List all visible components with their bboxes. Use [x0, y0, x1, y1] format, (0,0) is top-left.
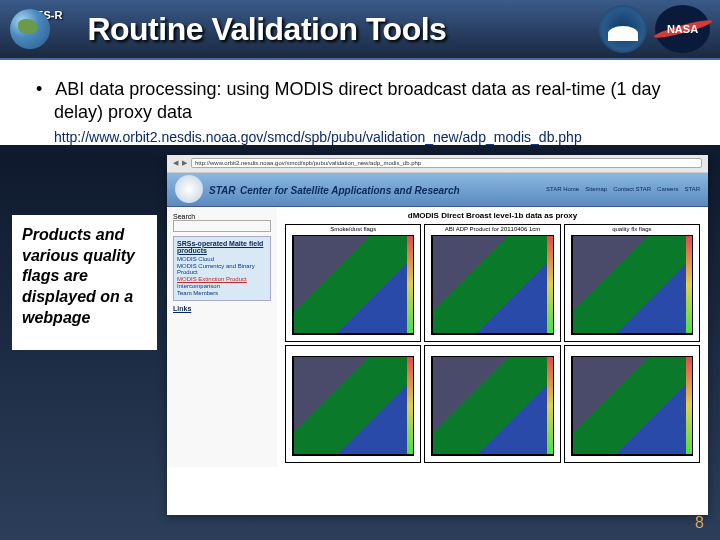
- map-panel: [285, 345, 421, 463]
- page-body: Search SRSs-operated Maite field product…: [167, 207, 708, 467]
- sidebar-link: Team Members: [177, 290, 267, 296]
- nasa-logo-icon: NASA: [655, 5, 710, 53]
- nav-item: Contact STAR: [613, 186, 651, 192]
- callout-box: Products and various quality flags are d…: [12, 215, 157, 350]
- browser-chrome: ◀ ▶ http://www.orbit2.nesdis.noaa.gov/sm…: [167, 155, 708, 173]
- star-subtitle: Center for Satellite Applications and Re…: [240, 185, 460, 196]
- search-input: [173, 220, 271, 232]
- map-panel: [564, 345, 700, 463]
- search-label: Search: [173, 213, 271, 220]
- page-sidebar: Search SRSs-operated Maite field product…: [167, 207, 277, 467]
- map-label: [565, 346, 699, 348]
- main-panel: dMODIS Direct Broast level-1b data as pr…: [277, 207, 708, 467]
- map-canvas: [571, 235, 693, 335]
- bullet-text: ABI data processing: using MODIS direct …: [24, 78, 696, 125]
- star-nav: STAR Home Sitemap Contact STAR Careers S…: [546, 186, 700, 192]
- star-text: STAR Center for Satellite Applications a…: [209, 180, 460, 198]
- main-area: Products and various quality flags are d…: [0, 145, 720, 515]
- map-panel: ABI ADP Product for 20110406 1cm: [424, 224, 560, 342]
- sidebar-link: MODIS Currentcy and Binary Product: [177, 263, 267, 275]
- panel-title: dMODIS Direct Broast level-1b data as pr…: [281, 211, 704, 220]
- map-grid: Smoke/dust flags ABI ADP Product for 201…: [281, 224, 704, 463]
- map-panel: Smoke/dust flags: [285, 224, 421, 342]
- map-label: Smoke/dust flags: [286, 225, 420, 233]
- nav-item: STAR: [684, 186, 700, 192]
- address-bar: http://www.orbit2.nesdis.noaa.gov/smcd/s…: [191, 158, 702, 168]
- browser-screenshot: ◀ ▶ http://www.orbit2.nesdis.noaa.gov/sm…: [167, 155, 708, 515]
- map-panel: [424, 345, 560, 463]
- slide-number: 8: [695, 514, 704, 532]
- map-panel: quality flx flags: [564, 224, 700, 342]
- map-canvas: [431, 235, 553, 335]
- back-icon: ◀: [173, 159, 178, 167]
- slide-title: Routine Validation Tools: [87, 11, 446, 48]
- star-title: STAR: [209, 185, 235, 196]
- map-canvas: [431, 356, 553, 456]
- map-canvas: [292, 356, 414, 456]
- forward-icon: ▶: [182, 159, 187, 167]
- slide-header: GOES-R Routine Validation Tools NASA: [0, 0, 720, 60]
- map-canvas: [571, 356, 693, 456]
- star-seal-icon: [175, 175, 203, 203]
- sidebar-link: MODIS Extinction Product: [177, 276, 267, 282]
- map-label: quality flx flags: [565, 225, 699, 233]
- nav-item: Careers: [657, 186, 678, 192]
- sidebar-link: Intercomparison: [177, 283, 267, 289]
- earth-icon: [10, 9, 50, 49]
- sidebar-link: MODIS Cloud: [177, 256, 267, 262]
- map-label: [425, 346, 559, 348]
- nav-item: Sitemap: [585, 186, 607, 192]
- validation-url: http://www.orbit2.nesdis.noaa.gov/smcd/s…: [24, 129, 696, 145]
- sidebar-links-heading: Links: [173, 305, 271, 312]
- nav-item: STAR Home: [546, 186, 579, 192]
- sidebar-products: SRSs-operated Maite field products MODIS…: [173, 236, 271, 301]
- nasa-label: NASA: [667, 23, 698, 35]
- noaa-logo-icon: [599, 5, 647, 53]
- star-banner: STAR Center for Satellite Applications a…: [167, 173, 708, 207]
- map-canvas: [292, 235, 414, 335]
- map-label: [286, 346, 420, 348]
- content-block: ABI data processing: using MODIS direct …: [0, 60, 720, 145]
- map-label: ABI ADP Product for 20110406 1cm: [425, 225, 559, 233]
- sidebar-heading: SRSs-operated Maite field products: [177, 240, 267, 254]
- goes-badge: GOES-R: [10, 9, 62, 49]
